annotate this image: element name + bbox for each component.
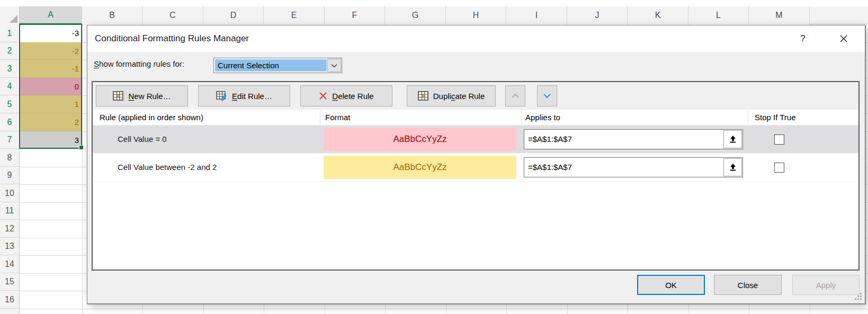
apply-button[interactable]: Apply bbox=[792, 275, 860, 295]
row-header-13[interactable]: 13 bbox=[0, 238, 20, 255]
rules-list-header: Rule (applied in order shown) Format App… bbox=[93, 110, 858, 125]
move-rule-down-button[interactable] bbox=[537, 85, 557, 106]
new-rule-button[interactable]: New Rule… bbox=[96, 85, 188, 106]
row-header-9[interactable]: 9 bbox=[0, 167, 20, 184]
column-header-h[interactable]: H bbox=[446, 6, 506, 24]
row-header-5[interactable]: 5 bbox=[0, 95, 20, 113]
format-preview: AaBbCcYyZz bbox=[324, 156, 516, 179]
header-applies-to: Applies to bbox=[525, 110, 560, 125]
row-header-15[interactable]: 15 bbox=[0, 273, 20, 291]
column-header-e[interactable]: E bbox=[264, 6, 325, 24]
collapse-dialog-button[interactable] bbox=[723, 158, 742, 176]
applies-to-input[interactable]: =$A$1:$A$7 bbox=[524, 129, 743, 149]
rules-panel: New Rule… Edit Rule… Delete Rule Duplica… bbox=[92, 81, 860, 271]
delete-rule-label: Delete Rule bbox=[332, 92, 373, 101]
arrow-up-from-bar-icon bbox=[729, 163, 737, 172]
row-header-11[interactable]: 11 bbox=[0, 202, 20, 220]
edit-rule-button[interactable]: Edit Rule… bbox=[198, 85, 290, 106]
chevron-up-icon bbox=[511, 93, 520, 98]
applies-to-value: =$A$1:$A$7 bbox=[528, 130, 572, 149]
header-rule: Rule (applied in order shown) bbox=[100, 110, 203, 125]
rule-row[interactable]: Cell Value between -2 and 2 AaBbCcYyZz =… bbox=[93, 154, 858, 182]
column-header-b[interactable]: B bbox=[82, 6, 142, 24]
rule-description: Cell Value = 0 bbox=[118, 125, 167, 153]
column-header-d[interactable]: D bbox=[203, 6, 264, 24]
row-header-1[interactable]: 1 bbox=[0, 24, 20, 42]
applies-to-input[interactable]: =$A$1:$A$7 bbox=[524, 157, 743, 177]
help-icon[interactable]: ? bbox=[795, 25, 811, 52]
applies-to-value: =$A$1:$A$7 bbox=[528, 158, 572, 177]
row-header-7[interactable]: 7 bbox=[0, 131, 20, 149]
fill-handle[interactable] bbox=[79, 145, 84, 150]
header-stop-if-true: Stop If True bbox=[755, 110, 796, 125]
row-header-4[interactable]: 4 bbox=[0, 78, 20, 95]
rules-toolbar: New Rule… Edit Rule… Delete Rule Duplica… bbox=[93, 82, 858, 110]
format-preview: AaBbCcYyZz bbox=[324, 128, 516, 151]
select-all-corner[interactable] bbox=[0, 6, 20, 24]
column-header-g[interactable]: G bbox=[385, 6, 446, 24]
column-divider bbox=[521, 111, 522, 124]
rules-scope-dropdown[interactable]: Current Selection bbox=[213, 58, 342, 73]
column-header-f[interactable]: F bbox=[325, 6, 385, 24]
column-header-a[interactable]: A bbox=[20, 6, 82, 24]
row-header-3[interactable]: 3 bbox=[0, 60, 20, 78]
stop-if-true-checkbox[interactable] bbox=[774, 134, 784, 145]
resize-grip-icon[interactable] bbox=[854, 292, 862, 302]
row-header-14[interactable]: 14 bbox=[0, 255, 20, 273]
rule-description: Cell Value between -2 and 2 bbox=[118, 154, 217, 181]
column-divider bbox=[320, 111, 320, 124]
column-divider bbox=[748, 111, 748, 124]
table-pencil-icon bbox=[216, 91, 227, 101]
column-header-c[interactable]: C bbox=[142, 6, 203, 24]
row-header-16[interactable]: 16 bbox=[0, 291, 20, 309]
row-header-2[interactable]: 2 bbox=[0, 42, 20, 60]
collapse-dialog-button[interactable] bbox=[723, 130, 742, 148]
conditional-formatting-rules-manager-dialog: Conditional Formatting Rules Manager ? S… bbox=[87, 25, 865, 304]
row-header-12[interactable]: 12 bbox=[0, 220, 20, 238]
new-rule-label: New Rule… bbox=[128, 92, 171, 101]
table-grid-icon bbox=[113, 91, 123, 101]
row-header-6[interactable]: 6 bbox=[0, 113, 20, 131]
duplicate-rule-button[interactable]: Duplicate Rule bbox=[407, 85, 496, 106]
close-button[interactable]: Close bbox=[714, 275, 782, 295]
row-header-8[interactable]: 8 bbox=[0, 149, 20, 167]
column-header-k[interactable]: K bbox=[628, 6, 688, 24]
edit-rule-label: Edit Rule… bbox=[232, 92, 272, 101]
rule-row[interactable]: Cell Value = 0 AaBbCcYyZz =$A$1:$A$7 bbox=[93, 125, 858, 154]
table-grid-icon bbox=[418, 91, 428, 101]
dialog-title: Conditional Formatting Rules Manager bbox=[95, 25, 249, 52]
column-header-l[interactable]: L bbox=[688, 6, 749, 24]
column-header-i[interactable]: I bbox=[506, 6, 567, 24]
row-header-10[interactable]: 10 bbox=[0, 184, 20, 202]
chevron-down-icon[interactable] bbox=[327, 59, 341, 72]
duplicate-rule-label: Duplicate Rule bbox=[433, 92, 485, 101]
column-header-m[interactable]: M bbox=[749, 6, 810, 24]
arrow-up-from-bar-icon bbox=[729, 135, 737, 143]
gridline bbox=[82, 24, 83, 314]
stop-if-true-checkbox[interactable] bbox=[774, 163, 784, 173]
header-format: Format bbox=[325, 110, 351, 125]
ok-button[interactable]: OK bbox=[637, 275, 705, 295]
red-x-icon bbox=[319, 92, 327, 100]
move-rule-up-button[interactable] bbox=[505, 85, 525, 106]
show-formatting-rules-label: Show formatting rules for: bbox=[94, 59, 184, 68]
close-icon[interactable] bbox=[833, 25, 854, 52]
delete-rule-button[interactable]: Delete Rule bbox=[300, 85, 392, 106]
selection-rectangle bbox=[19, 24, 82, 149]
dialog-titlebar: Conditional Formatting Rules Manager ? bbox=[87, 25, 865, 52]
rules-scope-value: Current Selection bbox=[215, 59, 327, 71]
gridline bbox=[20, 309, 868, 309]
chevron-down-icon bbox=[543, 93, 551, 98]
column-header-j[interactable]: J bbox=[567, 6, 628, 24]
select-all-triangle-icon bbox=[10, 15, 17, 23]
